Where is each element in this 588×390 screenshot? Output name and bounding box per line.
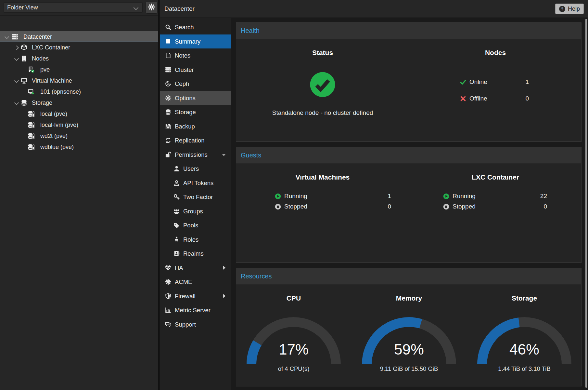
stop-circle-icon bbox=[443, 204, 449, 210]
menu-item-permissions[interactable]: Permissions bbox=[160, 148, 231, 162]
tree-item-virtual-machine[interactable]: Virtual Machine bbox=[0, 75, 158, 86]
book-icon bbox=[165, 38, 172, 45]
chevron-down-icon[interactable] bbox=[14, 78, 19, 83]
chevron-down-icon[interactable] bbox=[5, 34, 9, 39]
user-icon bbox=[173, 166, 180, 172]
lxc-stopped-row: Stopped 0 bbox=[443, 202, 547, 211]
menu-item-groups[interactable]: Groups bbox=[160, 204, 231, 218]
tree-item-nodes[interactable]: Nodes bbox=[0, 53, 158, 64]
cpu-gauge-detail: of 4 CPU(s) bbox=[245, 365, 342, 372]
menu-item-label: ACME bbox=[175, 275, 192, 289]
nodes-online-value: 1 bbox=[525, 78, 529, 86]
vertical-scrollbar[interactable] bbox=[585, 19, 587, 388]
menu-item-label: Notes bbox=[175, 48, 190, 62]
health-panel-body: Status Standalone node - no cluster defi… bbox=[236, 39, 581, 141]
chevron-right-icon[interactable] bbox=[14, 46, 19, 50]
monitor-icon bbox=[21, 77, 29, 84]
tree-item-storage[interactable]: Storage bbox=[0, 97, 158, 108]
menu-item-options[interactable]: Options bbox=[160, 91, 231, 105]
menu-item-backup[interactable]: Backup bbox=[160, 119, 231, 133]
folder-view-select[interactable]: Folder View bbox=[4, 2, 143, 13]
help-button[interactable]: ? Help bbox=[555, 4, 584, 14]
status-text: Standalone node - no cluster defined bbox=[236, 109, 409, 116]
resource-tree: DatacenterLXC ContainerNodespveVirtual M… bbox=[0, 15, 158, 390]
menu-item-roles[interactable]: Roles bbox=[160, 233, 231, 247]
person-icon bbox=[173, 236, 180, 243]
menu-item-ha[interactable]: HA bbox=[160, 261, 231, 275]
menu-item-label: Options bbox=[175, 91, 196, 105]
guests-panel-body: Virtual Machines Running 1 Stopped 0 LXC… bbox=[236, 164, 581, 262]
menu-item-two-factor[interactable]: Two Factor bbox=[160, 190, 231, 204]
question-circle-icon: ? bbox=[559, 6, 565, 12]
stop-circle-icon bbox=[275, 204, 281, 210]
menu-item-support[interactable]: Support bbox=[160, 317, 231, 331]
gear-icon bbox=[165, 95, 172, 101]
tree-item-local-lvm-pve[interactable]: local-lvm (pve) bbox=[0, 119, 158, 130]
tree-item-wdblue-pve[interactable]: wdblue (pve) bbox=[0, 141, 158, 153]
menu-item-label: Two Factor bbox=[183, 190, 213, 204]
chevron-down-icon[interactable] bbox=[14, 56, 19, 61]
menu-item-label: Storage bbox=[175, 105, 196, 119]
tree-item-lxc-container[interactable]: LXC Container bbox=[0, 42, 158, 53]
address-book-icon bbox=[173, 250, 180, 257]
menu-item-label: Search bbox=[175, 20, 194, 34]
menu-item-storage[interactable]: Storage bbox=[160, 105, 231, 119]
tree-item-label: wd2t (pve) bbox=[40, 130, 68, 141]
menu-item-users[interactable]: Users bbox=[160, 162, 231, 176]
floppy-icon bbox=[165, 123, 172, 130]
menu-item-realms[interactable]: Realms bbox=[160, 247, 231, 261]
help-button-label: Help bbox=[568, 6, 580, 12]
menu-item-label: Metric Server bbox=[175, 303, 211, 317]
user-outline-icon bbox=[173, 180, 180, 186]
tree-item-101-opnsense[interactable]: 101 (opnsense) bbox=[0, 86, 158, 97]
menu-item-label: Summary bbox=[175, 34, 200, 48]
menu-item-metric-server[interactable]: Metric Server bbox=[160, 303, 231, 317]
tree-item-wd2t-pve[interactable]: wd2t (pve) bbox=[0, 130, 158, 141]
note-icon bbox=[165, 52, 172, 59]
burst-icon bbox=[165, 279, 172, 285]
menu-item-cluster[interactable]: Cluster bbox=[160, 63, 231, 77]
menu-item-summary[interactable]: Summary bbox=[160, 34, 231, 48]
lxc-running-label: Running bbox=[453, 193, 476, 200]
status-ok-icon bbox=[310, 72, 336, 98]
tree-settings-button[interactable] bbox=[146, 2, 158, 14]
play-circle-icon bbox=[275, 193, 281, 199]
nodes-column: Nodes Online 1 Offline 0 bbox=[409, 39, 582, 141]
menu-item-replication[interactable]: Replication bbox=[160, 133, 231, 147]
menu-item-label: Pools bbox=[183, 218, 198, 232]
chevron-down-icon[interactable] bbox=[14, 101, 19, 105]
menu-item-acme[interactable]: ACME bbox=[160, 275, 231, 289]
check-icon bbox=[460, 79, 466, 85]
nodes-offline-row: Offline 0 bbox=[460, 94, 529, 103]
nodes-offline-value: 0 bbox=[525, 95, 529, 102]
tree-item-label: Storage bbox=[32, 97, 52, 108]
tree-item-local-pve[interactable]: local (pve) bbox=[0, 108, 158, 119]
menu-item-search[interactable]: Search bbox=[160, 20, 231, 34]
menu-item-api-tokens[interactable]: API Tokens bbox=[160, 176, 231, 190]
tree-item-label: LXC Container bbox=[32, 42, 70, 53]
menu-item-firewall[interactable]: Firewall bbox=[160, 289, 231, 303]
health-panel-header: Health bbox=[236, 23, 581, 39]
resources-panel-body: CPU 17% of 4 CPU(s) Memory 59% 9.11 GiB … bbox=[236, 285, 581, 386]
menu-item-notes[interactable]: Notes bbox=[160, 48, 231, 62]
shield-icon bbox=[165, 293, 172, 300]
tree-item-pve[interactable]: pve bbox=[0, 64, 158, 75]
tree-item-label: wdblue (pve) bbox=[40, 141, 74, 153]
tree-item-label: pve bbox=[40, 64, 50, 75]
storage-gauge: Storage 46% 1.44 TiB of 3.10 TiB bbox=[476, 285, 573, 386]
database-icon bbox=[165, 109, 172, 115]
storage-gauge-title: Storage bbox=[476, 294, 573, 302]
nodes-online-label: Online bbox=[469, 78, 487, 86]
menu-item-ceph[interactable]: Ceph bbox=[160, 77, 231, 91]
menu-item-label: Backup bbox=[175, 119, 195, 133]
tree-item-label: local (pve) bbox=[40, 108, 67, 119]
lxc-title: LXC Container bbox=[409, 173, 582, 181]
heartbeat-icon bbox=[165, 265, 172, 271]
gear-icon bbox=[148, 4, 155, 12]
users-icon bbox=[173, 208, 180, 215]
menu-item-pools[interactable]: Pools bbox=[160, 218, 231, 232]
memory-gauge-detail: 9.11 GiB of 15.50 GiB bbox=[360, 365, 458, 372]
menu-item-label: Replication bbox=[175, 133, 205, 147]
view-selector-bar: Folder View bbox=[0, 0, 158, 16]
tree-item-datacenter[interactable]: Datacenter bbox=[0, 31, 158, 42]
